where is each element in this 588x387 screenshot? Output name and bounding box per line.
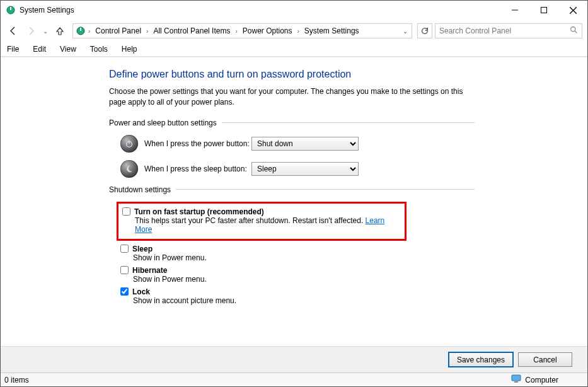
fast-startup-label: Turn on fast startup (recommended) [134, 207, 264, 216]
titlebar: System Settings [1, 1, 587, 20]
chevron-down-icon[interactable]: ⌄ [403, 28, 408, 35]
lock-desc: Show in account picture menu. [120, 296, 475, 305]
sleep-label: Sleep [132, 245, 153, 253]
close-button[interactable] [558, 1, 587, 20]
menu-tools[interactable]: Tools [88, 43, 110, 55]
menu-file[interactable]: File [4, 43, 21, 55]
lock-checkbox[interactable] [120, 287, 129, 296]
chevron-right-icon: › [297, 28, 299, 35]
divider [176, 189, 475, 190]
sleep-desc: Show in Power menu. [120, 253, 475, 262]
hibernate-label: Hibernate [132, 266, 167, 275]
moon-icon [120, 160, 138, 178]
svg-rect-7 [80, 28, 81, 31]
sleep-button-label: When I press the sleep button: [144, 165, 251, 173]
breadcrumb-item[interactable]: Control Panel [93, 26, 144, 35]
fast-startup-checkbox[interactable] [122, 207, 130, 216]
maximize-button[interactable] [529, 1, 558, 20]
window-title: System Settings [20, 6, 500, 14]
content-area: Define power buttons and turn on passwor… [1, 57, 587, 346]
computer-icon [511, 374, 521, 385]
search-placeholder: Search Control Panel [439, 26, 511, 35]
fast-startup-desc: This helps start your PC faster after sh… [122, 216, 400, 234]
recent-locations-dropdown[interactable]: ⌄ [41, 23, 50, 38]
statusbar: 0 items Computer [1, 373, 587, 386]
page-description: Choose the power settings that you want … [109, 86, 475, 108]
navigation-row: ⌄ › Control Panel › All Control Panel It… [1, 20, 587, 42]
status-location: Computer [525, 376, 558, 384]
minimize-button[interactable] [500, 1, 529, 20]
svg-rect-13 [514, 381, 518, 383]
search-icon [570, 26, 578, 36]
forward-button[interactable] [23, 23, 38, 38]
breadcrumb[interactable]: › Control Panel › All Control Panel Item… [72, 23, 412, 38]
back-button[interactable] [6, 23, 21, 38]
cancel-button[interactable]: Cancel [518, 352, 572, 367]
menu-help[interactable]: Help [119, 43, 140, 55]
section-power-sleep-label: Power and sleep button settings [109, 118, 217, 127]
section-shutdown-label: Shutdown settings [109, 185, 171, 194]
breadcrumb-icon [76, 26, 86, 36]
section-power-sleep: Power and sleep button settings [109, 118, 475, 127]
breadcrumb-item[interactable]: All Control Panel Items [151, 26, 233, 35]
lock-label: Lock [132, 287, 150, 296]
divider [222, 122, 475, 123]
fast-startup-desc-text: This helps start your PC faster after sh… [135, 216, 366, 225]
power-icon [120, 135, 138, 153]
breadcrumb-item[interactable]: Power Options [240, 26, 295, 35]
chevron-right-icon: › [146, 28, 148, 35]
power-button-label: When I press the power button: [144, 139, 251, 148]
hibernate-checkbox[interactable] [120, 266, 129, 274]
menubar: File Edit View Tools Help [1, 42, 587, 57]
svg-rect-3 [541, 8, 547, 13]
up-button[interactable] [52, 23, 67, 38]
window-controls [500, 1, 587, 20]
sleep-checkbox[interactable] [120, 245, 129, 253]
chevron-right-icon: › [88, 28, 90, 35]
sleep-button-select[interactable]: Sleep [251, 162, 359, 176]
svg-rect-1 [10, 7, 11, 10]
menu-view[interactable]: View [57, 43, 79, 55]
svg-point-8 [571, 27, 575, 32]
app-icon [6, 5, 16, 15]
search-input[interactable]: Search Control Panel [435, 23, 582, 38]
power-button-select[interactable]: Shut down [251, 137, 359, 151]
refresh-button[interactable] [417, 23, 432, 38]
highlight-fast-startup: Turn on fast startup (recommended) This … [117, 202, 406, 241]
section-shutdown: Shutdown settings [109, 185, 475, 194]
svg-line-9 [575, 31, 577, 33]
status-items: 0 items [4, 376, 29, 384]
power-button-row: When I press the power button: Shut down [109, 135, 475, 153]
sleep-button-row: When I press the sleep button: Sleep [109, 160, 475, 178]
chevron-right-icon: › [235, 28, 237, 35]
page-title: Define power buttons and turn on passwor… [109, 69, 475, 80]
hibernate-desc: Show in Power menu. [120, 275, 475, 284]
svg-rect-12 [512, 375, 521, 381]
save-button[interactable]: Save changes [449, 352, 513, 367]
menu-edit[interactable]: Edit [30, 43, 49, 55]
breadcrumb-item[interactable]: System Settings [302, 26, 362, 35]
action-bar: Save changes Cancel [1, 346, 587, 373]
